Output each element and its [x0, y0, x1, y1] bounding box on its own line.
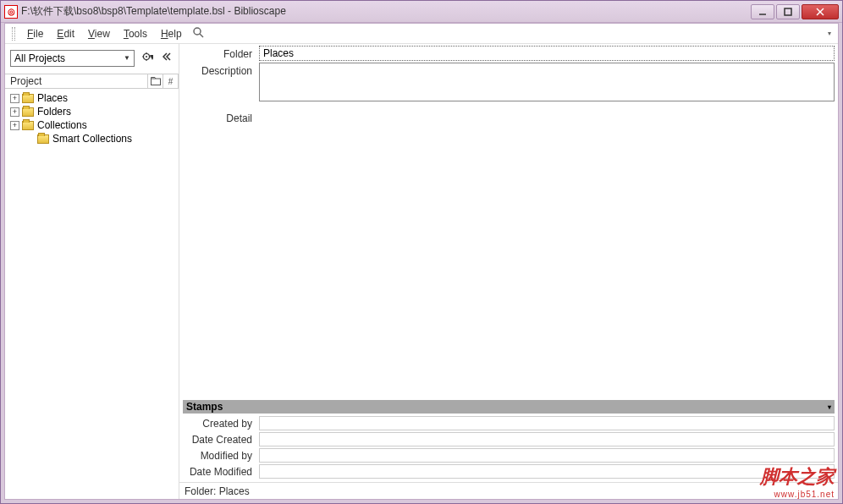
- description-field-label: Description: [183, 63, 259, 79]
- detail-field-row: Detail: [179, 101, 838, 400]
- close-button[interactable]: [802, 4, 839, 19]
- search-icon[interactable]: [192, 26, 204, 41]
- detail-field-label: Detail: [183, 110, 259, 400]
- projects-toolbar: All Projects ▼ ▾: [5, 44, 179, 70]
- menu-view[interactable]: View: [81, 26, 117, 41]
- folder-icon: [22, 121, 34, 130]
- folder-field-label: Folder: [183, 46, 259, 63]
- main-body: All Projects ▼ ▾ Project #: [5, 44, 838, 499]
- date-modified-row: Date Modified: [183, 464, 835, 479]
- tree-header-label[interactable]: Project: [5, 74, 148, 88]
- project-tree: + Places + Folders + Collections: [5, 89, 179, 148]
- date-created-label: Date Created: [183, 434, 259, 446]
- menu-edit[interactable]: Edit: [50, 26, 81, 41]
- stamps-body: Created by Date Created Modified by Date…: [179, 414, 838, 482]
- expand-spacer: [25, 134, 35, 144]
- tree-header-folder-icon[interactable]: [148, 74, 163, 88]
- tree-node-folders[interactable]: + Folders: [7, 105, 177, 118]
- statusbar: Folder: Places: [179, 482, 838, 499]
- menu-tools[interactable]: Tools: [117, 26, 154, 41]
- expand-icon[interactable]: +: [10, 94, 19, 103]
- window-title: F:\软件下载\bso8\bsp8\Template\template.bsl …: [21, 4, 751, 19]
- created-by-row: Created by: [183, 416, 835, 430]
- stamps-collapse-icon[interactable]: ▾: [828, 403, 831, 411]
- modified-by-input[interactable]: [259, 448, 835, 463]
- folder-icon: [22, 107, 34, 117]
- maximize-button[interactable]: [776, 4, 800, 19]
- chevron-down-icon: ▼: [124, 54, 130, 62]
- tree-label: Places: [37, 92, 68, 104]
- tree-label: Smart Collections: [52, 133, 132, 145]
- menubar-overflow-icon[interactable]: ▾: [828, 30, 831, 37]
- stamps-header[interactable]: Stamps ▾: [183, 400, 835, 414]
- app-icon: ◎: [4, 5, 18, 19]
- fields-section: Folder Places Description: [179, 44, 838, 101]
- created-by-input[interactable]: [259, 416, 835, 430]
- date-created-input[interactable]: [259, 432, 835, 446]
- folder-icon: [37, 134, 49, 144]
- date-created-row: Date Created: [183, 432, 835, 446]
- folder-field-row: Folder Places: [183, 46, 835, 63]
- created-by-label: Created by: [183, 418, 259, 430]
- settings-button[interactable]: ▾: [140, 49, 155, 67]
- svg-rect-13: [151, 79, 160, 85]
- detail-pane: Folder Places Description Detail Stamps: [179, 44, 838, 499]
- window-frame: ◎ F:\软件下载\bso8\bsp8\Template\template.bs…: [0, 0, 843, 504]
- collapse-pane-button[interactable]: [160, 50, 174, 66]
- menu-file[interactable]: File: [20, 26, 50, 41]
- description-field-input[interactable]: [259, 63, 835, 101]
- svg-point-7: [146, 56, 147, 58]
- folder-field-value: Places: [263, 47, 294, 59]
- project-pane: All Projects ▼ ▾ Project #: [5, 44, 179, 499]
- date-modified-label: Date Modified: [183, 466, 259, 478]
- svg-text:▾: ▾: [150, 51, 153, 63]
- svg-rect-1: [785, 8, 791, 15]
- expand-icon[interactable]: +: [10, 121, 19, 130]
- modified-by-row: Modified by: [183, 448, 835, 463]
- svg-point-4: [194, 28, 201, 35]
- menu-help[interactable]: Help: [154, 26, 189, 41]
- tree-node-places[interactable]: + Places: [7, 91, 177, 105]
- svg-line-5: [200, 34, 203, 37]
- modified-by-label: Modified by: [183, 450, 259, 462]
- folder-icon: [22, 94, 34, 103]
- description-field-row: Description: [183, 63, 835, 101]
- statusbar-text: Folder: Places: [185, 485, 250, 497]
- folder-field-input[interactable]: Places: [259, 46, 835, 61]
- projects-selector[interactable]: All Projects ▼: [10, 50, 135, 67]
- tree-node-smart-collections[interactable]: Smart Collections: [7, 132, 177, 145]
- menubar: File Edit View Tools Help ▾: [5, 24, 838, 44]
- projects-selector-value: All Projects: [14, 52, 65, 64]
- tree-label: Folders: [37, 106, 71, 118]
- date-modified-input[interactable]: [259, 464, 835, 479]
- tree-header-hash-icon[interactable]: #: [163, 74, 179, 88]
- minimize-button[interactable]: [751, 4, 774, 19]
- tree-node-collections[interactable]: + Collections: [7, 118, 177, 132]
- content-area: File Edit View Tools Help ▾ All Projects…: [4, 23, 839, 500]
- tree-header: Project #: [5, 74, 179, 89]
- menubar-grip[interactable]: [12, 27, 15, 41]
- stamps-header-label: Stamps: [186, 401, 223, 413]
- titlebar[interactable]: ◎ F:\软件下载\bso8\bsp8\Template\template.bs…: [1, 1, 842, 23]
- expand-icon[interactable]: +: [10, 107, 19, 117]
- window-controls: [751, 4, 839, 19]
- tree-label: Collections: [37, 119, 87, 131]
